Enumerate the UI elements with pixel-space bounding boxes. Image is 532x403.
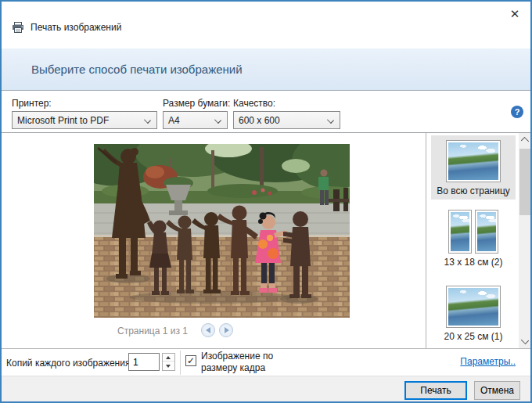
photo-preview	[94, 144, 350, 318]
page-status: Страница 1 из 1	[117, 326, 188, 336]
layout-thumbnail	[448, 210, 472, 254]
layout-label: 20 x 25 см (1)	[431, 331, 516, 342]
printer-select[interactable]: Microsoft Print to PDF	[12, 111, 157, 129]
cancel-button[interactable]: Отмена	[474, 381, 520, 400]
fit-label-line2: размеру кадра	[201, 362, 265, 373]
paper-size-value: A4	[168, 115, 180, 126]
options-link[interactable]: Параметры..	[460, 356, 516, 367]
instruction-band: Выберите способ печати изображений	[2, 49, 530, 91]
copies-input[interactable]	[128, 353, 160, 371]
paper-size-select[interactable]: A4	[163, 111, 228, 129]
bottom-controls: Копий каждого изображения: ✓ Изображение…	[2, 348, 530, 376]
stepper-down-icon[interactable]	[163, 362, 174, 370]
layout-item-full-page[interactable]: Во всю страницу	[431, 135, 516, 200]
layout-item-13x18[interactable]: 13 x 18 см (2)	[431, 207, 516, 268]
copies-stepper	[162, 353, 175, 371]
fit-label-line1: Изображение по	[201, 351, 273, 362]
arrow-left-icon	[206, 327, 210, 333]
previous-page-button[interactable]	[201, 323, 215, 337]
footer: Печать Отмена	[2, 376, 530, 403]
print-button[interactable]: Печать	[404, 381, 467, 400]
window-title: Печать изображений	[31, 22, 121, 33]
layout-scrollbar[interactable]	[519, 133, 532, 348]
main-area: Страница 1 из 1 Во всю страницу 13 x 18 …	[2, 133, 530, 348]
stepper-up-icon[interactable]	[163, 354, 174, 362]
quality-value: 600 x 600	[239, 115, 280, 126]
scroll-down-icon[interactable]	[521, 336, 529, 344]
layout-thumbnail	[475, 210, 498, 254]
chevron-down-icon	[327, 117, 334, 124]
fit-to-frame-checkbox[interactable]: ✓	[185, 355, 196, 366]
print-preview-pane: Страница 1 из 1	[2, 133, 426, 348]
layout-label: 13 x 18 см (2)	[431, 257, 516, 268]
layout-thumbnail	[446, 140, 501, 182]
quality-label: Качество:	[233, 98, 275, 109]
layout-list: Во всю страницу 13 x 18 см (2) 20 x 25 с…	[427, 133, 519, 348]
close-icon[interactable]: ✕	[506, 5, 523, 23]
printer-label: Принтер:	[12, 98, 52, 109]
quality-select[interactable]: 600 x 600	[233, 111, 340, 129]
options-row: Принтер: Microsoft Print to PDF Размер б…	[2, 92, 530, 133]
divider	[180, 351, 181, 375]
print-pictures-dialog: Печать изображений ✕ Выберите способ печ…	[0, 0, 532, 403]
chevron-down-icon	[214, 117, 221, 124]
instruction-text: Выберите способ печати изображений	[31, 63, 243, 76]
next-page-button[interactable]	[219, 323, 233, 337]
paper-size-label: Размер бумаги:	[163, 98, 230, 109]
arrow-right-icon	[225, 327, 229, 333]
copies-label: Копий каждого изображения:	[6, 358, 133, 369]
help-icon[interactable]: ?	[511, 106, 523, 118]
layout-thumbnail	[446, 286, 501, 328]
printer-icon	[12, 21, 24, 34]
title-bar: Печать изображений ✕	[2, 2, 530, 47]
scrollbar-thumb[interactable]	[519, 149, 531, 215]
chevron-down-icon	[144, 117, 151, 124]
layout-label: Во всю страницу	[431, 185, 516, 196]
fit-to-frame-label[interactable]: Изображение по размеру кадра	[201, 351, 273, 374]
printer-value: Microsoft Print to PDF	[17, 115, 109, 126]
layout-item-20x25[interactable]: 20 x 25 см (1)	[431, 282, 516, 344]
scroll-up-icon[interactable]	[521, 137, 529, 145]
